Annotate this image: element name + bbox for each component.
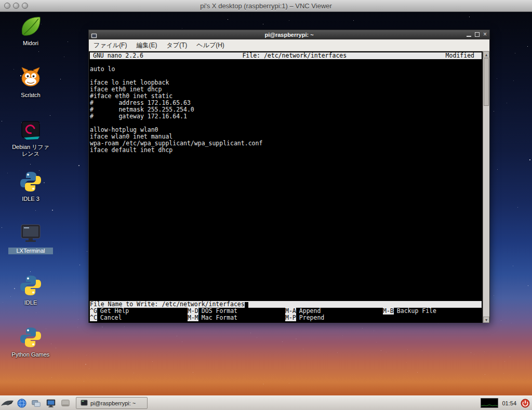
menu-tabs[interactable]: タブ(T) <box>162 39 192 51</box>
terminal-app-icon <box>91 32 97 41</box>
task-button-label: pi@raspberrypi: ~ <box>90 400 136 406</box>
debian-reference-icon <box>19 118 42 141</box>
globe-icon <box>17 398 27 408</box>
taskbar-task-terminal[interactable]: pi@raspberrypi: ~ <box>76 397 148 409</box>
vnc-titlebar[interactable]: pi's X desktop (raspberrypi:1) – VNC Vie… <box>0 0 532 12</box>
desktop-icon-label: Scratch <box>10 92 51 99</box>
shortcut-backup-file: M-BBackup File <box>383 308 436 315</box>
shortcut-mac-format: M-MMac Format <box>188 315 237 321</box>
terminal-scrollbar[interactable]: ▲ ▼ <box>483 51 489 323</box>
desktop-icon-idle[interactable]: IDLE <box>2 274 59 306</box>
terminal-titlebar[interactable]: pi@raspberrypi: ~ × <box>89 30 489 39</box>
buffer-line <box>90 59 482 66</box>
desktop-icon-scratch[interactable]: Scratch <box>2 66 59 99</box>
window-controls <box>4 3 28 9</box>
midori-icon <box>19 15 42 37</box>
taskbar: pi@raspberrypi: ~ 01:54 <box>0 395 532 410</box>
desktop-icon-idle3[interactable]: IDLE 3 <box>2 170 59 202</box>
desktop-icon-python-games[interactable]: Python Games <box>2 326 59 358</box>
terminal-menubar: ファイル(F) 編集(E) タブ(T) ヘルプ(H) <box>89 39 489 51</box>
lxterminal-icon <box>19 222 42 245</box>
menu-edit[interactable]: 編集(E) <box>131 39 162 51</box>
vnc-viewer-window: pi's X desktop (raspberrypi:1) – VNC Vie… <box>0 0 532 410</box>
shutdown-button[interactable] <box>520 398 530 408</box>
zoom-window-button[interactable] <box>22 3 28 9</box>
monitor-icon <box>46 398 56 408</box>
file-manager-launcher[interactable] <box>30 397 43 409</box>
prompt-text: File Name to Write: /etc/network/interfa… <box>90 300 245 308</box>
nano-buffer: auto lo iface lo inet loopback iface eth… <box>90 59 482 154</box>
desktop-icon-label: IDLE 3 <box>10 196 51 202</box>
desktop-icon-label: Midori <box>10 40 51 47</box>
folders-icon <box>31 398 42 408</box>
buffer-line: auto lo <box>90 66 482 73</box>
close-window-button[interactable] <box>4 3 10 9</box>
nano-filename: File: /etc/network/interfaces <box>242 52 347 59</box>
terminal-window-title: pi@raspberrypi: ~ <box>264 32 313 38</box>
shortcut-cancel: ^CCancel <box>90 315 122 321</box>
buffer-line: # gateway 172.16.64.1 <box>90 113 482 120</box>
nano-shortcut-row-2: ^CCancel M-MMac Format M-PPrepend <box>90 315 482 321</box>
scrollbar-up-arrow[interactable]: ▲ <box>483 51 489 58</box>
shortcut-prepend: M-PPrepend <box>285 315 324 321</box>
terminal-content[interactable]: GNU nano 2.2.6 File: /etc/network/interf… <box>89 51 489 323</box>
desktop-pager[interactable] <box>44 397 58 409</box>
text-cursor <box>245 302 248 308</box>
menu-button[interactable] <box>1 397 14 409</box>
python-icon <box>19 274 42 297</box>
lxde-bird-icon <box>1 398 14 408</box>
buffer-line: iface default inet dhcp <box>90 147 482 154</box>
clock: 01:54 <box>502 400 516 406</box>
cpu-monitor <box>481 398 498 408</box>
minimize-all-button[interactable] <box>59 397 72 409</box>
desktop-icon-label-selected: LXTerminal <box>8 248 53 254</box>
nano-modified-flag: Modified <box>446 52 474 59</box>
web-browser-launcher[interactable] <box>15 397 29 409</box>
desktop-icon-label: IDLE <box>10 299 51 306</box>
desktop-icon-lxterminal[interactable]: LXTerminal <box>2 222 59 254</box>
vnc-window-title: pi's X desktop (raspberrypi:1) – VNC Vie… <box>200 2 332 10</box>
desktop-icon-label: Python Games <box>10 351 51 358</box>
desktop-icon-label: Debian リファレンス <box>10 144 51 157</box>
scrollbar-down-arrow[interactable]: ▼ <box>483 317 489 323</box>
gray-panel-icon <box>60 398 71 408</box>
desktop-icon-midori[interactable]: Midori <box>2 15 59 47</box>
desktop-icon-debian-reference[interactable]: Debian リファレンス <box>2 118 59 157</box>
nano-version: GNU nano 2.2.6 <box>93 52 143 59</box>
nano-titlebar: GNU nano 2.2.6 File: /etc/network/interf… <box>90 52 482 59</box>
terminal-close-button[interactable]: × <box>483 32 487 37</box>
python-icon <box>19 170 42 193</box>
menu-help[interactable]: ヘルプ(H) <box>192 39 229 51</box>
terminal-maximize-button[interactable] <box>475 32 480 37</box>
python-icon <box>19 326 42 349</box>
scrollbar-thumb[interactable] <box>484 58 489 106</box>
terminal-minimize-button[interactable] <box>467 32 471 37</box>
mini-terminal-icon <box>81 399 88 407</box>
desktop[interactable]: Midori Scratch Debian リファレンス <box>0 11 532 410</box>
scratch-cat-icon <box>19 66 42 89</box>
minimize-window-button[interactable] <box>13 3 19 9</box>
terminal-window: pi@raspberrypi: ~ × ファイル(F) 編集(E) タブ(T) … <box>88 30 490 323</box>
